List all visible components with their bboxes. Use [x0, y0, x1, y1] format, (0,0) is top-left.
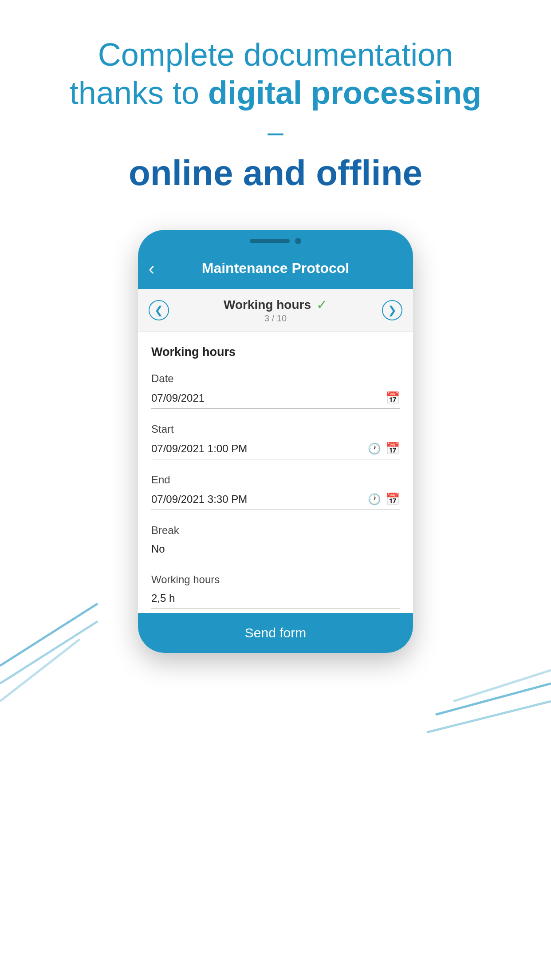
phone-wrapper: ‹ Maintenance Protocol ❮ Working hours ✓… [0, 230, 551, 653]
deco-lines-right [400, 657, 551, 746]
field-break-value: No [151, 543, 400, 555]
field-label-end: End [151, 464, 400, 488]
clock-icon-start[interactable]: 🕐 [368, 443, 381, 455]
header-line2-prefix: thanks to [70, 75, 208, 111]
nav-bar: ❮ Working hours ✓ 3 / 10 ❯ [138, 289, 413, 332]
field-break[interactable]: No [151, 538, 400, 559]
header-line2-bold: digital processing [208, 75, 481, 111]
field-date-value: 07/09/2021 [151, 392, 381, 404]
field-working-hours-value: 2,5 h [151, 592, 400, 605]
calendar-icon-start[interactable]: 📅 [386, 442, 400, 455]
field-working-hours[interactable]: 2,5 h [151, 588, 400, 609]
calendar-icon-end[interactable]: 📅 [386, 492, 400, 506]
field-end[interactable]: 07/09/2021 3:30 PM 🕐 📅 [151, 488, 400, 510]
svg-line-4 [427, 701, 551, 732]
field-start[interactable]: 07/09/2021 1:00 PM 🕐 📅 [151, 437, 400, 459]
notch-dot [295, 238, 301, 244]
send-form-button[interactable]: Send form [138, 613, 413, 653]
field-label-working-hours: Working hours [151, 564, 400, 588]
header-dash: – [35, 112, 516, 152]
field-start-value: 07/09/2021 1:00 PM [151, 443, 363, 455]
form-content: Working hours Date 07/09/2021 📅 Start 07… [138, 332, 413, 613]
nav-pagination: 3 / 10 [224, 313, 327, 324]
nav-next-button[interactable]: ❯ [382, 300, 402, 320]
notch-pill [250, 239, 290, 243]
field-date[interactable]: 07/09/2021 📅 [151, 387, 400, 409]
header-line3: online and offline [35, 152, 516, 194]
nav-next-icon: ❯ [388, 304, 397, 316]
clock-icon-end[interactable]: 🕐 [368, 493, 381, 506]
svg-line-3 [436, 684, 551, 715]
phone-notch [138, 230, 413, 252]
nav-title: Working hours [224, 298, 311, 312]
nav-prev-icon: ❮ [154, 304, 163, 316]
field-label-start: Start [151, 413, 400, 437]
nav-center: Working hours ✓ 3 / 10 [224, 297, 327, 324]
calendar-icon-date[interactable]: 📅 [386, 391, 400, 405]
nav-title-row: Working hours ✓ [224, 297, 327, 312]
form-section-title: Working hours [151, 332, 400, 363]
app-title: Maintenance Protocol [202, 260, 350, 277]
nav-check-icon: ✓ [316, 297, 327, 312]
back-button[interactable]: ‹ [149, 260, 154, 277]
phone-mockup: ‹ Maintenance Protocol ❮ Working hours ✓… [138, 230, 413, 653]
header-line2: thanks to digital processing [35, 74, 516, 112]
nav-prev-button[interactable]: ❮ [149, 300, 169, 320]
header-section: Complete documentation thanks to digital… [0, 0, 551, 221]
field-label-date: Date [151, 363, 400, 387]
app-header: ‹ Maintenance Protocol [138, 252, 413, 289]
svg-line-5 [453, 670, 551, 701]
field-end-value: 07/09/2021 3:30 PM [151, 493, 363, 506]
header-line1: Complete documentation [35, 36, 516, 74]
field-label-break: Break [151, 514, 400, 538]
